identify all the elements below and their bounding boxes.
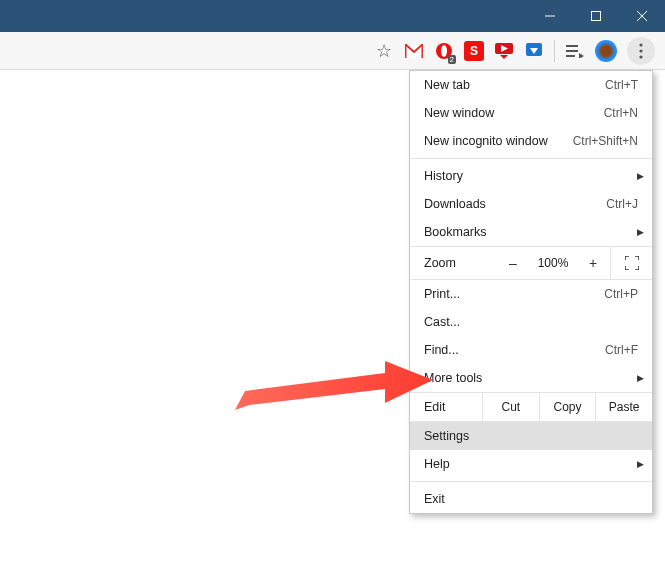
svg-marker-11 xyxy=(500,55,508,59)
menu-label: More tools xyxy=(424,371,482,385)
edit-label: Edit xyxy=(410,393,482,421)
menu-label: Print... xyxy=(424,287,460,301)
fullscreen-button[interactable] xyxy=(610,247,652,279)
menu-label: New window xyxy=(424,106,494,120)
menu-shortcut: Ctrl+J xyxy=(606,197,638,211)
menu-shortcut: Ctrl+T xyxy=(605,78,638,92)
svg-marker-17 xyxy=(579,53,584,58)
gmail-icon[interactable] xyxy=(404,41,424,61)
menu-label: Help xyxy=(424,457,450,471)
zoom-out-button[interactable]: – xyxy=(496,255,530,271)
menu-label: Downloads xyxy=(424,197,486,211)
menu-label: New tab xyxy=(424,78,470,92)
chrome-menu: New tab Ctrl+T New window Ctrl+N New inc… xyxy=(409,70,653,514)
close-button[interactable] xyxy=(619,0,665,32)
menu-print[interactable]: Print... Ctrl+P xyxy=(410,280,652,308)
browser-toolbar: ☆ 2 S xyxy=(0,32,665,70)
paste-button[interactable]: Paste xyxy=(595,393,652,421)
cut-button[interactable]: Cut xyxy=(482,393,539,421)
menu-zoom-row: Zoom – 100% + xyxy=(410,246,652,280)
menu-downloads[interactable]: Downloads Ctrl+J xyxy=(410,190,652,218)
chevron-right-icon: ▶ xyxy=(637,227,644,237)
menu-label: Exit xyxy=(424,492,445,506)
video-downloader-icon[interactable] xyxy=(494,41,514,61)
menu-label: Find... xyxy=(424,343,459,357)
menu-edit-row: Edit Cut Copy Paste xyxy=(410,392,652,422)
menu-find[interactable]: Find... Ctrl+F xyxy=(410,336,652,364)
menu-history[interactable]: History ▶ xyxy=(410,162,652,190)
svg-rect-1 xyxy=(592,12,601,21)
badge: 2 xyxy=(448,55,456,64)
chevron-right-icon: ▶ xyxy=(637,373,644,383)
maximize-button[interactable] xyxy=(573,0,619,32)
menu-new-incognito[interactable]: New incognito window Ctrl+Shift+N xyxy=(410,127,652,155)
profile-avatar[interactable] xyxy=(595,40,617,62)
copy-button[interactable]: Copy xyxy=(539,393,596,421)
annotation-arrow xyxy=(235,355,435,415)
skitch-icon[interactable]: S xyxy=(464,41,484,61)
minimize-button[interactable] xyxy=(527,0,573,32)
menu-shortcut: Ctrl+N xyxy=(604,106,638,120)
menu-shortcut: Ctrl+F xyxy=(605,343,638,357)
star-icon[interactable]: ☆ xyxy=(374,41,394,61)
toolbar-divider xyxy=(554,40,555,62)
zoom-value: 100% xyxy=(530,256,576,270)
menu-cast[interactable]: Cast... xyxy=(410,308,652,336)
menu-shortcut: Ctrl+Shift+N xyxy=(573,134,638,148)
svg-point-19 xyxy=(639,49,642,52)
menu-new-tab[interactable]: New tab Ctrl+T xyxy=(410,71,652,99)
menu-label: New incognito window xyxy=(424,134,548,148)
separator xyxy=(410,158,652,159)
idm-icon[interactable] xyxy=(524,41,544,61)
svg-point-18 xyxy=(639,43,642,46)
media-queue-icon[interactable] xyxy=(565,41,585,61)
chevron-right-icon: ▶ xyxy=(637,171,644,181)
menu-bookmarks[interactable]: Bookmarks ▶ xyxy=(410,218,652,246)
menu-shortcut: Ctrl+P xyxy=(604,287,638,301)
separator xyxy=(410,481,652,482)
svg-marker-21 xyxy=(235,361,433,410)
opera-icon[interactable]: 2 xyxy=(434,41,454,61)
menu-more-tools[interactable]: More tools ▶ xyxy=(410,364,652,392)
menu-settings[interactable]: Settings xyxy=(410,422,652,450)
menu-label: Cast... xyxy=(424,315,460,329)
menu-label: Settings xyxy=(424,429,469,443)
svg-point-8 xyxy=(441,45,447,57)
chrome-menu-button[interactable] xyxy=(627,37,655,65)
svg-point-20 xyxy=(639,55,642,58)
menu-exit[interactable]: Exit xyxy=(410,485,652,513)
zoom-label: Zoom xyxy=(410,256,496,270)
zoom-in-button[interactable]: + xyxy=(576,255,610,271)
chevron-right-icon: ▶ xyxy=(637,459,644,469)
menu-label: Bookmarks xyxy=(424,225,487,239)
window-titlebar xyxy=(0,0,665,32)
menu-help[interactable]: Help ▶ xyxy=(410,450,652,478)
menu-label: History xyxy=(424,169,463,183)
menu-new-window[interactable]: New window Ctrl+N xyxy=(410,99,652,127)
